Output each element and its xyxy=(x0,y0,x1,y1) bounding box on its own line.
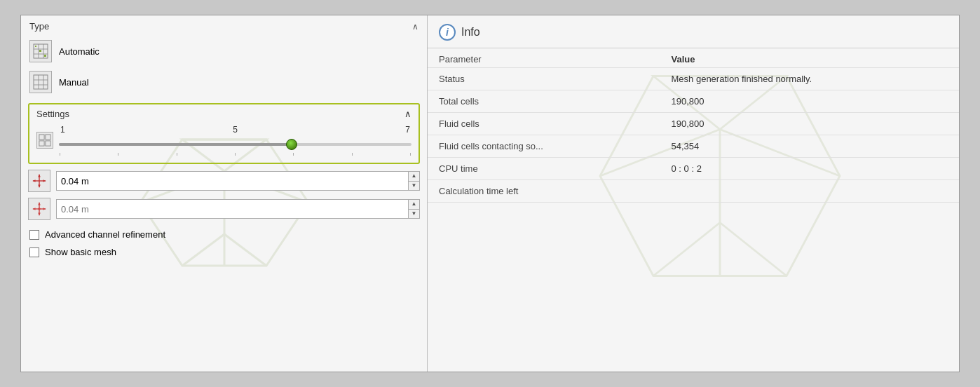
svg-rect-10 xyxy=(39,135,44,140)
input-field-2-wrapper[interactable]: ▲ ▼ xyxy=(56,199,420,219)
svg-marker-17 xyxy=(38,185,41,188)
input-row-1: ▲ ▼ xyxy=(28,170,420,192)
manual-icon xyxy=(29,71,52,93)
tick-1 xyxy=(60,153,60,156)
info-icon: i xyxy=(439,24,456,41)
cell-size-icon xyxy=(28,170,50,192)
table-row: CPU time 0 : 0 : 2 xyxy=(428,158,959,180)
cell-size-svg xyxy=(32,173,47,189)
input-field-1-wrapper[interactable]: ▲ ▼ xyxy=(56,171,420,191)
param-cpu-time: CPU time xyxy=(428,158,660,180)
slider-labels: 1 5 7 xyxy=(59,125,411,135)
svg-rect-12 xyxy=(39,141,44,146)
svg-marker-18 xyxy=(33,179,36,182)
settings-label: Settings xyxy=(36,109,69,119)
right-panel: i Info Parameter Value Status Mesh gener… xyxy=(428,15,959,372)
manual-svg xyxy=(33,74,48,90)
manual-label: Manual xyxy=(59,77,89,88)
app-container: Type ∧ Automatic xyxy=(20,15,960,372)
show-basic-mesh-label: Show basic mesh xyxy=(45,247,116,257)
type-section-header: Type ∧ xyxy=(21,15,427,36)
slider-ticks xyxy=(59,153,411,156)
param-total-cells: Total cells xyxy=(428,90,660,113)
table-row: Total cells 190,800 xyxy=(428,90,959,113)
tick-2 xyxy=(118,153,118,156)
slider-value-label: 5 xyxy=(233,125,238,135)
tick-3 xyxy=(177,153,177,156)
advanced-channel-checkbox[interactable] xyxy=(29,230,39,240)
settings-header: Settings ∧ xyxy=(36,109,411,119)
slider-thumb[interactable] xyxy=(286,139,297,150)
min-gap-icon xyxy=(28,198,50,220)
spin-down-1[interactable]: ▼ xyxy=(409,182,419,191)
info-table: Parameter Value Status Mesh generation f… xyxy=(428,48,959,203)
input-spinner-1: ▲ ▼ xyxy=(408,172,419,190)
tick-6 xyxy=(352,153,353,156)
value-fluid-contacting: 54,354 xyxy=(660,135,959,158)
value-total-cells: 190,800 xyxy=(660,90,959,113)
svg-marker-25 xyxy=(43,208,46,210)
table-row: Fluid cells contacting so... 54,354 xyxy=(428,135,959,158)
settings-box: Settings ∧ 1 xyxy=(28,103,420,164)
svg-marker-19 xyxy=(43,179,46,182)
param-fluid-cells: Fluid cells xyxy=(428,113,660,135)
value-fluid-cells: 190,800 xyxy=(660,113,959,135)
col-value-header: Value xyxy=(660,48,959,68)
automatic-type-item[interactable]: Automatic xyxy=(21,36,427,67)
checkbox-row-1[interactable]: Advanced channel refinement xyxy=(21,226,427,243)
value-status: Mesh generation finished normally. xyxy=(660,68,959,90)
slider-max-label: 7 xyxy=(405,125,410,135)
input-spinner-2: ▲ ▼ xyxy=(408,200,419,218)
spin-up-1[interactable]: ▲ xyxy=(409,172,419,182)
slider-min-label: 1 xyxy=(60,125,65,135)
svg-marker-22 xyxy=(38,203,41,205)
value-cpu-time: 0 : 0 : 2 xyxy=(660,158,959,180)
table-header-row: Parameter Value xyxy=(428,48,959,68)
input-row-2: ▲ ▼ xyxy=(28,198,420,220)
left-panel: Type ∧ Automatic xyxy=(21,15,428,372)
info-header: i Info xyxy=(428,15,959,48)
tick-5 xyxy=(293,153,294,156)
slider-wrapper: 1 5 7 xyxy=(59,125,411,156)
spin-down-2[interactable]: ▼ xyxy=(409,210,419,219)
table-row: Fluid cells 190,800 xyxy=(428,113,959,135)
type-collapse-icon[interactable]: ∧ xyxy=(412,22,418,32)
svg-marker-24 xyxy=(33,208,36,210)
show-basic-mesh-checkbox[interactable] xyxy=(29,247,39,257)
param-calc-time: Calculation time left xyxy=(428,180,660,203)
info-title: Info xyxy=(461,26,480,39)
svg-rect-13 xyxy=(46,141,50,146)
slider-track xyxy=(59,143,411,146)
slider-fill xyxy=(59,143,292,146)
slider-icon xyxy=(36,132,53,149)
spin-up-2[interactable]: ▲ xyxy=(409,200,419,210)
settings-collapse-icon[interactable]: ∧ xyxy=(404,109,411,119)
automatic-label: Automatic xyxy=(59,46,100,57)
table-row: Status Mesh generation finished normally… xyxy=(428,68,959,90)
param-status: Status xyxy=(428,68,660,90)
col-param-header: Parameter xyxy=(428,48,660,68)
automatic-icon xyxy=(29,40,52,62)
value-calc-time xyxy=(660,180,959,203)
slider-track-container[interactable] xyxy=(59,137,411,151)
type-label: Type xyxy=(29,21,49,32)
table-row: Calculation time left xyxy=(428,180,959,203)
svg-marker-16 xyxy=(38,175,41,177)
param-fluid-contacting: Fluid cells contacting so... xyxy=(428,135,660,158)
svg-point-26 xyxy=(38,208,41,210)
automatic-svg xyxy=(33,43,48,59)
checkbox-row-2[interactable]: Show basic mesh xyxy=(21,243,427,261)
svg-marker-23 xyxy=(38,213,41,216)
tick-4 xyxy=(235,153,236,156)
advanced-channel-label: Advanced channel refinement xyxy=(45,229,165,240)
svg-rect-5 xyxy=(34,75,48,89)
input-field-1[interactable] xyxy=(57,172,408,190)
grid-icon xyxy=(39,134,51,147)
tick-7 xyxy=(410,153,411,156)
min-gap-svg xyxy=(32,201,47,217)
manual-type-item[interactable]: Manual xyxy=(21,67,427,97)
slider-row: 1 5 7 xyxy=(36,125,411,156)
input-field-2[interactable] xyxy=(57,200,408,218)
svg-rect-11 xyxy=(46,135,50,140)
